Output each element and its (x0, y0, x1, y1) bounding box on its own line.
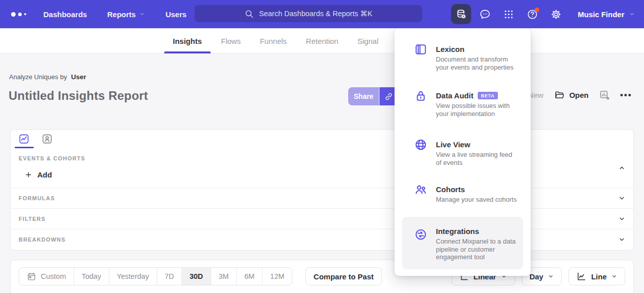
chevron-down-icon (618, 236, 625, 243)
events-cohorts-section: EVENTS & COHORTS Add (11, 148, 633, 188)
menu-item-title: Data Audit (436, 91, 473, 100)
tab-flows[interactable]: Flows (221, 28, 241, 53)
expand-breakdowns-button[interactable] (618, 236, 625, 243)
open-label: Open (569, 91, 589, 99)
filters-section[interactable]: FILTERS (11, 208, 633, 229)
settings-button[interactable] (546, 4, 566, 24)
collapse-events-button[interactable] (618, 164, 625, 171)
range-custom[interactable]: Custom (19, 268, 74, 285)
query-builder-card: EVENTS & COHORTS Add FORMULAS FILTERS BR… (10, 129, 634, 251)
menu-item-title: Lexicon (436, 45, 465, 53)
tab-funnels[interactable]: Funnels (260, 28, 287, 53)
menu-item-data-audit[interactable]: Data Audit BETA View possible issues wit… (402, 88, 523, 121)
add-to-dashboard-button[interactable] (599, 90, 610, 100)
range-6m[interactable]: 6M (236, 268, 262, 285)
subtitle-value[interactable]: User (71, 73, 86, 81)
plus-icon (25, 171, 32, 179)
menu-item-description: View a live streaming feed of events (436, 151, 519, 166)
beta-badge: BETA (478, 92, 497, 99)
users-view-tab[interactable] (38, 132, 56, 147)
range-12m[interactable]: 12M (262, 268, 292, 285)
speech-bubble-icon (479, 9, 491, 20)
calendar-icon (27, 272, 36, 281)
grid-dots-icon (503, 9, 514, 20)
open-report-button[interactable]: Open (554, 90, 589, 100)
share-button[interactable]: Share (348, 87, 379, 105)
chart-toolbar-card: Custom Today Yesterday 7D 30D 3M 6M 12M … (10, 260, 634, 293)
expand-formulas-button[interactable] (618, 195, 625, 202)
project-switcher[interactable]: Music Finder (577, 10, 635, 19)
range-custom-label: Custom (41, 272, 66, 280)
report-subtitle: Analyze Uniques byUser (9, 73, 86, 81)
apps-grid-button[interactable] (498, 4, 519, 24)
nav-users-label: Users (165, 10, 186, 19)
top-navbar: Dashboards Reports Users Search Dashboar… (0, 0, 644, 28)
cohorts-users-icon (414, 183, 427, 196)
more-options-button[interactable] (620, 94, 631, 96)
user-card-icon (41, 133, 53, 145)
chart-add-icon (599, 90, 610, 100)
link-icon (384, 92, 394, 101)
lexicon-book-icon (414, 43, 427, 56)
range-yesterday[interactable]: Yesterday (109, 268, 157, 285)
menu-item-live-view[interactable]: Live View View a live streaming feed of … (402, 137, 523, 170)
range-30d[interactable]: 30D (181, 268, 211, 285)
date-range-control: Custom Today Yesterday 7D 30D 3M 6M 12M (19, 267, 292, 285)
folder-icon (554, 90, 565, 100)
gear-icon (550, 9, 562, 20)
nav-reports[interactable]: Reports (107, 10, 146, 19)
nav-reports-label: Reports (107, 10, 136, 19)
data-management-menu: Lexicon Document and transform your even… (395, 28, 531, 276)
globe-icon (414, 138, 427, 151)
expand-filters-button[interactable] (618, 215, 625, 222)
nav-users[interactable]: Users (165, 10, 186, 19)
chevron-down-icon (548, 273, 554, 279)
menu-item-cohorts[interactable]: Cohorts Manage your saved cohorts (402, 182, 523, 207)
chevron-down-icon (618, 195, 625, 202)
help-button[interactable] (522, 4, 542, 24)
range-3m[interactable]: 3M (211, 268, 236, 285)
range-7d[interactable]: 7D (157, 268, 182, 285)
search-input[interactable]: Search Dashboards & Reports ⌘K (195, 5, 422, 22)
chart-type-dropdown[interactable]: Line (568, 267, 625, 285)
nav-dashboards[interactable]: Dashboards (43, 10, 87, 19)
menu-item-integrations[interactable]: Integrations Connect Mixpanel to a data … (402, 217, 523, 269)
subtitle-prefix: Analyze Uniques by (9, 73, 67, 81)
data-audit-lock-icon (414, 89, 427, 102)
tab-retention[interactable]: Retention (306, 28, 338, 53)
events-cohorts-header: EVENTS & COHORTS (19, 155, 625, 161)
project-name: Music Finder (577, 10, 624, 19)
search-icon (244, 9, 254, 19)
menu-item-description: Connect Mixpanel to a data pipeline or c… (436, 238, 519, 261)
filters-header: FILTERS (19, 216, 45, 222)
range-today[interactable]: Today (74, 268, 109, 285)
chevron-down-icon (611, 273, 617, 279)
menu-item-title: Integrations (436, 227, 479, 236)
search-placeholder: Search Dashboards & Reports ⌘K (259, 10, 372, 18)
feedback-button[interactable] (475, 4, 495, 24)
formulas-section[interactable]: FORMULAS (11, 188, 633, 208)
nav-dashboards-label: Dashboards (43, 10, 87, 19)
metrics-view-tab[interactable] (15, 132, 33, 147)
chevron-up-icon (618, 164, 625, 171)
formulas-header: FORMULAS (19, 195, 55, 201)
menu-item-description: View possible issues with your implement… (436, 102, 519, 118)
chevron-down-icon (618, 215, 625, 222)
chevron-down-icon (629, 11, 635, 17)
add-event-button[interactable]: Add (25, 170, 52, 179)
page-title[interactable]: Untitled Insights Report (9, 89, 148, 103)
menu-item-description: Document and transform your events and p… (436, 55, 519, 71)
interval-label: Day (530, 272, 544, 281)
tab-signal[interactable]: Signal (357, 28, 378, 53)
tab-insights[interactable]: Insights (173, 28, 202, 53)
compare-to-past-button[interactable]: Compare to Past (305, 267, 381, 285)
line-chart-icon (576, 271, 587, 281)
add-label: Add (37, 170, 52, 179)
menu-item-lexicon[interactable]: Lexicon Document and transform your even… (402, 41, 523, 75)
insights-chart-icon (18, 133, 30, 145)
breakdowns-section[interactable]: BREAKDOWNS (11, 229, 633, 250)
mixpanel-logo-icon[interactable] (11, 12, 26, 17)
data-management-button[interactable] (451, 4, 471, 24)
menu-item-title: Cohorts (436, 185, 465, 194)
chart-type-label: Line (591, 272, 607, 281)
